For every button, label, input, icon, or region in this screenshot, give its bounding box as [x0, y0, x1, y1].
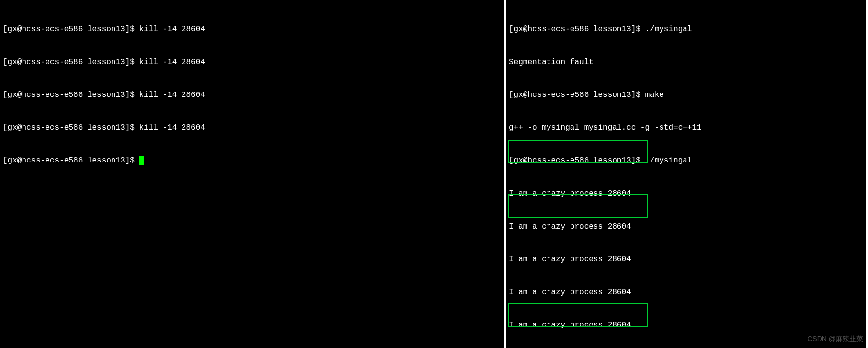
terminal-line: I am a crazy process 28604 [509, 188, 863, 199]
terminal-line: [gx@hcss-ecs-e586 lesson13]$ kill -14 28… [3, 24, 501, 35]
terminal-line: I am a crazy process 28604 [509, 320, 863, 330]
terminal-line: I am a crazy process 28604 [509, 221, 863, 232]
terminal-line: [gx@hcss-ecs-e586 lesson13]$ ./mysingal [509, 24, 863, 35]
terminal-line: [gx@hcss-ecs-e586 lesson13]$ ./mysingal [509, 155, 863, 166]
terminal-line: g++ -o mysingal mysingal.cc -g -std=c++1… [509, 122, 863, 133]
right-terminal[interactable]: [gx@hcss-ecs-e586 lesson13]$ ./mysingal … [506, 0, 866, 348]
terminal-line: [gx@hcss-ecs-e586 lesson13]$ make [509, 90, 863, 100]
terminal-line: Segmentation fault [509, 57, 863, 68]
terminal-line: I am a crazy process 28604 [509, 254, 863, 265]
cursor-icon [139, 156, 144, 165]
watermark: CSDN @麻辣韭菜 [807, 334, 863, 344]
terminal-line: [gx@hcss-ecs-e586 lesson13]$ [3, 155, 501, 166]
left-terminal[interactable]: [gx@hcss-ecs-e586 lesson13]$ kill -14 28… [0, 0, 504, 348]
terminal-line: [gx@hcss-ecs-e586 lesson13]$ kill -14 28… [3, 57, 501, 68]
terminal-line: [gx@hcss-ecs-e586 lesson13]$ kill -14 28… [3, 122, 501, 133]
terminal-line: I am a crazy process 28604 [509, 287, 863, 298]
terminal-line: [gx@hcss-ecs-e586 lesson13]$ kill -14 28… [3, 90, 501, 100]
